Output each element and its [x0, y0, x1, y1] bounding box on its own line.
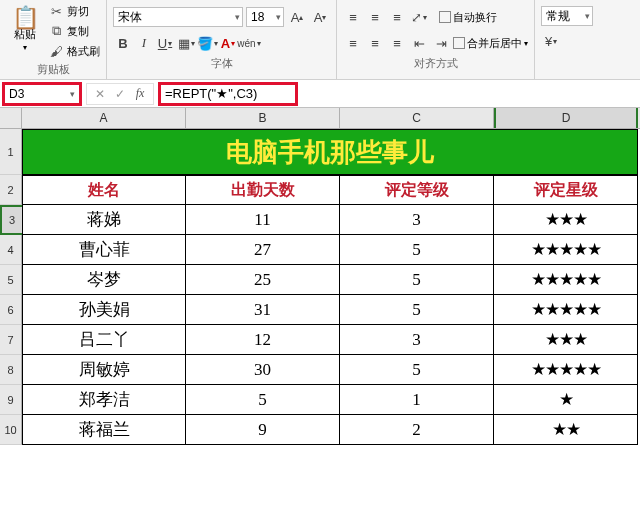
select-all-corner[interactable] [0, 108, 22, 128]
enter-button[interactable]: ✓ [111, 87, 129, 101]
col-header-d[interactable]: D [494, 108, 638, 128]
row-header-10[interactable]: 10 [0, 415, 22, 445]
format-painter-button[interactable]: 🖌格式刷 [48, 42, 100, 60]
row-header-1[interactable]: 1 [0, 129, 22, 175]
cancel-button[interactable]: ✕ [91, 87, 109, 101]
cut-button[interactable]: ✂剪切 [48, 2, 100, 20]
copy-label: 复制 [67, 24, 89, 39]
cell-level[interactable]: 5 [340, 295, 494, 325]
borders-button[interactable]: ▦▾ [176, 33, 196, 53]
cell-days[interactable]: 9 [186, 415, 340, 445]
cell-level[interactable]: 3 [340, 205, 494, 235]
align-left-button[interactable]: ≡ [343, 33, 363, 53]
table-row: 10蒋福兰92★★ [0, 415, 640, 445]
row-header-9[interactable]: 9 [0, 385, 22, 415]
underline-button[interactable]: U▾ [155, 33, 175, 53]
row-header-3[interactable]: 3 [0, 205, 22, 235]
bold-button[interactable]: B [113, 33, 133, 53]
fx-button[interactable]: fx [131, 86, 149, 101]
ribbon: 📋 粘贴 ▾ ✂剪切 ⧉复制 🖌格式刷 剪贴板 宋体 18 A▴ A▾ B I [0, 0, 640, 80]
font-color-button[interactable]: A▾ [218, 33, 238, 53]
cell-name[interactable]: 郑孝洁 [22, 385, 186, 415]
cell-days[interactable]: 27 [186, 235, 340, 265]
cell-days[interactable]: 30 [186, 355, 340, 385]
title-cell[interactable]: 电脑手机那些事儿 [22, 129, 638, 175]
cell-stars[interactable]: ★★★ [494, 205, 638, 235]
italic-button[interactable]: I [134, 33, 154, 53]
align-right-button[interactable]: ≡ [387, 33, 407, 53]
font-size-select[interactable]: 18 [246, 7, 284, 27]
cell-name[interactable]: 周敏婷 [22, 355, 186, 385]
number-format-value: 常规 [546, 8, 570, 25]
table-row: 4曹心菲275★★★★★ [0, 235, 640, 265]
cell-level[interactable]: 2 [340, 415, 494, 445]
paste-button[interactable]: 📋 粘贴 ▾ [6, 2, 44, 60]
copy-button[interactable]: ⧉复制 [48, 22, 100, 40]
font-size-value: 18 [251, 10, 264, 24]
row-header-2[interactable]: 2 [0, 175, 22, 205]
cell-stars[interactable]: ★★ [494, 415, 638, 445]
align-middle-button[interactable]: ≡ [365, 7, 385, 27]
cut-label: 剪切 [67, 4, 89, 19]
indent-increase-button[interactable]: ⇥ [431, 33, 451, 53]
cell-days[interactable]: 25 [186, 265, 340, 295]
align-center-button[interactable]: ≡ [365, 33, 385, 53]
cell-level[interactable]: 5 [340, 235, 494, 265]
cell-stars[interactable]: ★★★★★ [494, 235, 638, 265]
cell-name[interactable]: 吕二丫 [22, 325, 186, 355]
cell-stars[interactable]: ★★★ [494, 325, 638, 355]
align-top-button[interactable]: ≡ [343, 7, 363, 27]
cell-name[interactable]: 蒋娣 [22, 205, 186, 235]
merge-checkbox[interactable] [453, 37, 465, 49]
row-header-6[interactable]: 6 [0, 295, 22, 325]
table-row: 2 姓名 出勤天数 评定等级 评定星级 [0, 175, 640, 205]
decrease-font-button[interactable]: A▾ [310, 7, 330, 27]
col-header-b[interactable]: B [186, 108, 340, 128]
cell-stars[interactable]: ★★★★★ [494, 265, 638, 295]
merge-label: 合并后居中 [467, 36, 522, 51]
cell-name[interactable]: 岑梦 [22, 265, 186, 295]
cell-name[interactable]: 蒋福兰 [22, 415, 186, 445]
orientation-button[interactable]: ⤢▾ [409, 7, 429, 27]
header-level[interactable]: 评定等级 [340, 175, 494, 205]
align-bottom-button[interactable]: ≡ [387, 7, 407, 27]
cell-days[interactable]: 12 [186, 325, 340, 355]
number-format-select[interactable]: 常规 [541, 6, 593, 26]
header-stars[interactable]: 评定星级 [494, 175, 638, 205]
cell-days[interactable]: 31 [186, 295, 340, 325]
cell-days[interactable]: 5 [186, 385, 340, 415]
currency-button[interactable]: ¥▾ [541, 31, 561, 51]
row-header-8[interactable]: 8 [0, 355, 22, 385]
indent-decrease-button[interactable]: ⇤ [409, 33, 429, 53]
fill-color-button[interactable]: 🪣▾ [197, 33, 217, 53]
font-name-select[interactable]: 宋体 [113, 7, 243, 27]
cell-name[interactable]: 孙美娟 [22, 295, 186, 325]
cell-level[interactable]: 3 [340, 325, 494, 355]
header-name[interactable]: 姓名 [22, 175, 186, 205]
col-header-c[interactable]: C [340, 108, 494, 128]
formula-input[interactable]: =REPT("★",C3) [158, 82, 298, 106]
cell-days[interactable]: 11 [186, 205, 340, 235]
phonetic-button[interactable]: wén▾ [239, 33, 259, 53]
col-header-a[interactable]: A [22, 108, 186, 128]
cell-stars[interactable]: ★★★★★ [494, 295, 638, 325]
cell-stars[interactable]: ★★★★★ [494, 355, 638, 385]
header-days[interactable]: 出勤天数 [186, 175, 340, 205]
table-row: 6孙美娟315★★★★★ [0, 295, 640, 325]
spreadsheet-grid[interactable]: A B C D 1 电脑手机那些事儿 2 姓名 出勤天数 评定等级 评定星级 3… [0, 108, 640, 445]
increase-font-button[interactable]: A▴ [287, 7, 307, 27]
cell-level[interactable]: 5 [340, 265, 494, 295]
cell-stars[interactable]: ★ [494, 385, 638, 415]
cell-level[interactable]: 5 [340, 355, 494, 385]
cell-level[interactable]: 1 [340, 385, 494, 415]
paste-label: 粘贴 [14, 27, 36, 42]
row-header-4[interactable]: 4 [0, 235, 22, 265]
cell-name[interactable]: 曹心菲 [22, 235, 186, 265]
clipboard-group-title: 剪贴板 [6, 60, 100, 79]
row-header-5[interactable]: 5 [0, 265, 22, 295]
font-group: 宋体 18 A▴ A▾ B I U▾ ▦▾ 🪣▾ A▾ wén▾ 字体 [107, 0, 337, 79]
name-box[interactable]: D3 [2, 82, 82, 106]
row-header-7[interactable]: 7 [0, 325, 22, 355]
table-row: 5岑梦255★★★★★ [0, 265, 640, 295]
wrap-checkbox[interactable] [439, 11, 451, 23]
